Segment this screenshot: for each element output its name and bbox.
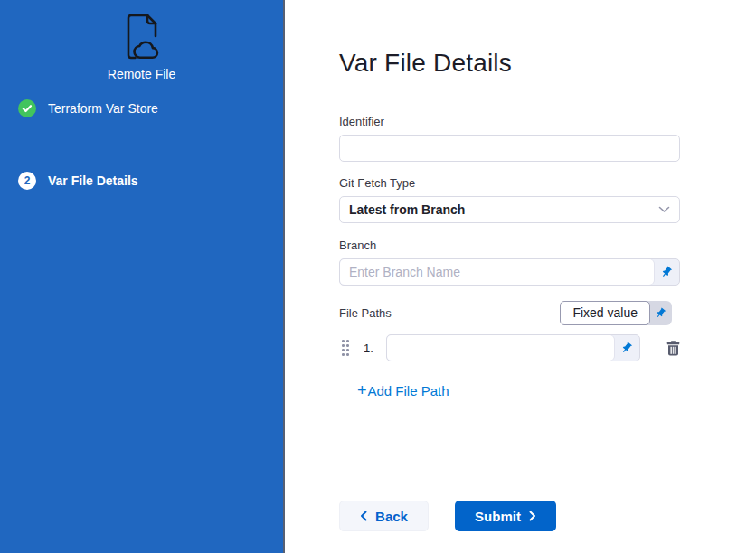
file-paths-label: File Paths [339, 306, 392, 320]
fixed-value-label: Fixed value [560, 301, 650, 325]
back-button-label: Back [375, 509, 408, 524]
add-file-path-button[interactable]: + Add File Path [357, 383, 449, 398]
trash-icon [666, 341, 680, 356]
check-circle-icon [18, 99, 36, 117]
back-button[interactable]: Back [339, 501, 429, 531]
var-file-details-panel: Var File Details Identifier Git Fetch Ty… [287, 0, 756, 553]
delete-file-path-button[interactable] [666, 341, 680, 356]
page-title: Var File Details [339, 48, 756, 79]
step-number-badge: 2 [18, 172, 36, 190]
wizard-sidebar: Remote File Terraform Var Store 2 Var Fi… [0, 0, 285, 553]
git-fetch-type-label: Git Fetch Type [339, 176, 680, 190]
pin-icon [652, 305, 668, 321]
sidebar-step-terraform-var-store[interactable]: Terraform Var Store [18, 99, 274, 117]
git-fetch-type-value: Latest from Branch [349, 202, 465, 217]
identifier-input[interactable] [339, 135, 680, 162]
file-path-row: 1. [339, 334, 680, 361]
branch-input[interactable] [340, 259, 654, 285]
plus-icon: + [357, 384, 367, 398]
identifier-label: Identifier [339, 115, 680, 128]
chevron-down-icon [658, 206, 670, 213]
step-label-terraform-var-store: Terraform Var Store [48, 101, 158, 116]
file-path-input-wrap [386, 334, 640, 361]
store-type-label: Remote File [0, 67, 283, 81]
step-label-var-file-details: Var File Details [48, 173, 138, 188]
branch-label: Branch [339, 239, 680, 252]
git-fetch-type-select[interactable]: Latest from Branch [339, 196, 680, 223]
chevron-left-icon [360, 511, 367, 521]
pin-icon [657, 263, 676, 281]
branch-input-wrap [339, 258, 680, 286]
store-type-block: Remote File [0, 13, 283, 81]
file-path-input[interactable] [387, 335, 614, 361]
file-path-runtime-pin-button[interactable] [614, 335, 639, 361]
remote-file-cloud-icon [119, 13, 165, 61]
chevron-right-icon [529, 511, 536, 521]
add-file-path-label: Add File Path [368, 383, 449, 398]
file-paths-input-type-button[interactable]: Fixed value [560, 301, 672, 325]
drag-handle-icon[interactable] [342, 340, 349, 356]
file-path-row-index: 1. [364, 342, 373, 355]
submit-button[interactable]: Submit [455, 501, 556, 531]
submit-button-label: Submit [475, 509, 521, 524]
pin-icon [618, 339, 636, 357]
sidebar-step-var-file-details[interactable]: 2 Var File Details [18, 172, 274, 190]
branch-runtime-pin-button[interactable] [654, 259, 679, 285]
